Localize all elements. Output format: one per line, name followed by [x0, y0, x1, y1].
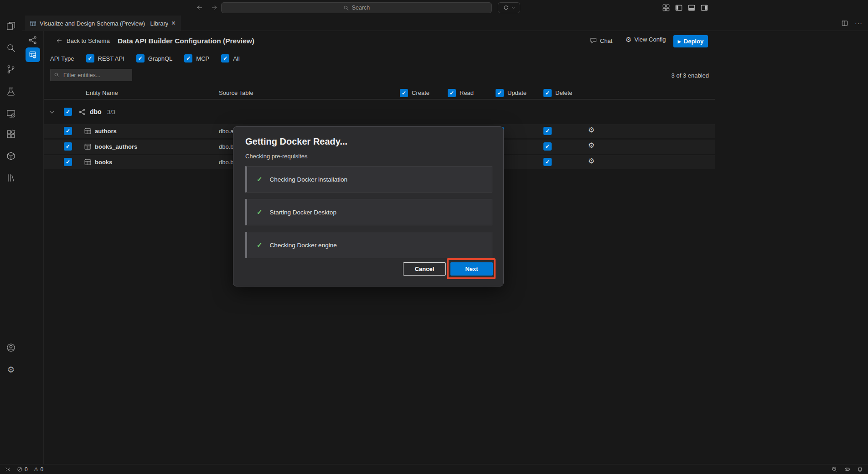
zoom-icon[interactable] [831, 466, 838, 473]
mcp-checkbox[interactable] [184, 54, 192, 63]
graphql-label: GraphQL [148, 55, 172, 62]
split-editor-icon[interactable] [841, 20, 848, 27]
flask-icon[interactable] [5, 86, 16, 97]
check-icon: ✓ [257, 241, 263, 249]
back-label: Back to Schema [67, 37, 110, 44]
error-icon [17, 466, 23, 472]
settings-gear-icon[interactable]: ⚙ [5, 364, 16, 375]
filter-graphql[interactable]: GraphQL [136, 54, 172, 63]
chevron-down-icon[interactable] [48, 109, 56, 116]
api-type-filters: API Type REST API GraphQL MCP All [50, 54, 240, 63]
problems-errors[interactable]: 0 [17, 466, 28, 473]
chat-label: Chat [600, 37, 612, 44]
tab-bar: Visualize and Design Schema (Preview) - … [22, 16, 868, 31]
search-sidebar-icon[interactable] [5, 42, 16, 53]
entity-name: books_authors [95, 143, 137, 150]
error-count: 0 [25, 466, 28, 473]
chevron-down-icon [511, 5, 516, 10]
tab-title: Visualize and Design Schema (Preview) - … [40, 20, 168, 27]
history-forward-icon[interactable] [211, 4, 218, 11]
toggle-sidebar-icon[interactable] [675, 4, 683, 12]
enabled-count: 3 of 3 enabled [663, 72, 709, 79]
read-all-checkbox[interactable] [448, 89, 456, 97]
extensions-icon[interactable] [5, 129, 16, 140]
create-all-checkbox[interactable] [400, 89, 408, 97]
search-placeholder: Search [352, 5, 370, 11]
mcp-label: MCP [196, 55, 209, 62]
delete-checkbox[interactable] [543, 142, 552, 151]
back-to-schema-button[interactable]: Back to Schema [56, 37, 110, 44]
toggle-panel-icon[interactable] [687, 4, 696, 12]
entity-settings-icon[interactable]: ⚙ [588, 157, 594, 165]
delete-checkbox[interactable] [543, 127, 552, 135]
graphql-checkbox[interactable] [136, 54, 145, 63]
account-icon[interactable] [5, 342, 16, 353]
group-count: 3/3 [107, 109, 115, 115]
chat-button[interactable]: Chat [590, 37, 612, 44]
status-bar-right [831, 466, 863, 473]
docker-step: ✓ Starting Docker Desktop [245, 199, 492, 225]
command-center-search[interactable]: Search [221, 2, 492, 13]
dialog-title: Getting Docker Ready... [245, 136, 347, 147]
problems-warnings[interactable]: ⚠ 0 [34, 466, 43, 473]
step-label: Checking Docker engine [270, 242, 337, 249]
schema-group-row[interactable]: dbo 3/3 [44, 104, 715, 119]
dab-config-icon[interactable] [26, 47, 40, 62]
rest-api-checkbox[interactable] [86, 54, 94, 63]
remote-indicator-icon[interactable] [5, 466, 11, 473]
delete-checkbox[interactable] [543, 158, 552, 166]
filter-mcp[interactable]: MCP [184, 54, 209, 63]
arrow-left-icon [56, 37, 63, 44]
editor-tab[interactable]: Visualize and Design Schema (Preview) - … [25, 16, 181, 31]
filter-all[interactable]: All [221, 54, 239, 63]
activity-bar: ⚙ [0, 16, 22, 464]
schema-designer-tab-icon [30, 20, 36, 27]
session-loop-icon [503, 5, 509, 11]
schema-icon [78, 108, 86, 116]
docker-step: ✓ Checking Docker engine [245, 232, 492, 258]
library-icon[interactable] [5, 172, 16, 183]
next-button[interactable]: Next [450, 262, 493, 276]
dialog-subtitle: Checking pre-requisites [245, 153, 308, 160]
bell-icon[interactable] [857, 466, 863, 473]
entity-settings-icon[interactable]: ⚙ [588, 142, 594, 149]
package-icon[interactable] [5, 151, 16, 161]
delete-all-checkbox[interactable] [543, 89, 552, 97]
customize-layout-icon[interactable] [662, 4, 670, 12]
update-all-checkbox[interactable] [496, 89, 504, 97]
history-back-icon[interactable] [196, 4, 203, 11]
more-actions-icon[interactable]: ··· [855, 20, 863, 27]
tab-close-icon[interactable]: × [171, 20, 176, 27]
all-checkbox[interactable] [221, 54, 229, 63]
column-source-table: Source Table [219, 89, 253, 96]
filter-rest-api[interactable]: REST API [86, 54, 124, 63]
row-checkbox[interactable] [64, 158, 72, 166]
step-label: Checking Docker installation [270, 176, 347, 183]
page-title: Data API Builder Configuration (Preview) [118, 37, 254, 45]
deploy-button[interactable]: ▶ Deploy [673, 35, 708, 47]
group-checkbox[interactable] [64, 108, 72, 116]
filter-entities-input[interactable] [50, 69, 132, 81]
entity-settings-icon[interactable]: ⚙ [588, 126, 594, 134]
history-navigation [196, 0, 218, 16]
step-label: Starting Docker Desktop [270, 209, 336, 216]
table-icon [84, 127, 92, 135]
chat-session-button[interactable] [498, 2, 520, 13]
search-icon [343, 5, 349, 11]
source-control-icon[interactable] [5, 64, 16, 75]
table-header: Entity Name Source Table Create Read Upd… [44, 87, 715, 99]
row-checkbox[interactable] [64, 127, 72, 135]
schema-visualizer-icon[interactable] [28, 35, 38, 45]
column-update: Update [507, 89, 527, 96]
cancel-button[interactable]: Cancel [403, 262, 446, 276]
check-icon: ✓ [257, 208, 263, 216]
warning-count: 0 [40, 466, 43, 473]
vscode-window: Search [0, 0, 868, 474]
explorer-icon[interactable] [5, 21, 16, 31]
toggle-secondary-sidebar-icon[interactable] [700, 4, 708, 12]
view-config-button[interactable]: ⚙ View Config [625, 36, 666, 43]
copilot-icon[interactable] [844, 466, 851, 473]
remote-explorer-icon[interactable] [5, 108, 16, 119]
view-config-label: View Config [634, 36, 666, 43]
row-checkbox[interactable] [64, 142, 72, 151]
